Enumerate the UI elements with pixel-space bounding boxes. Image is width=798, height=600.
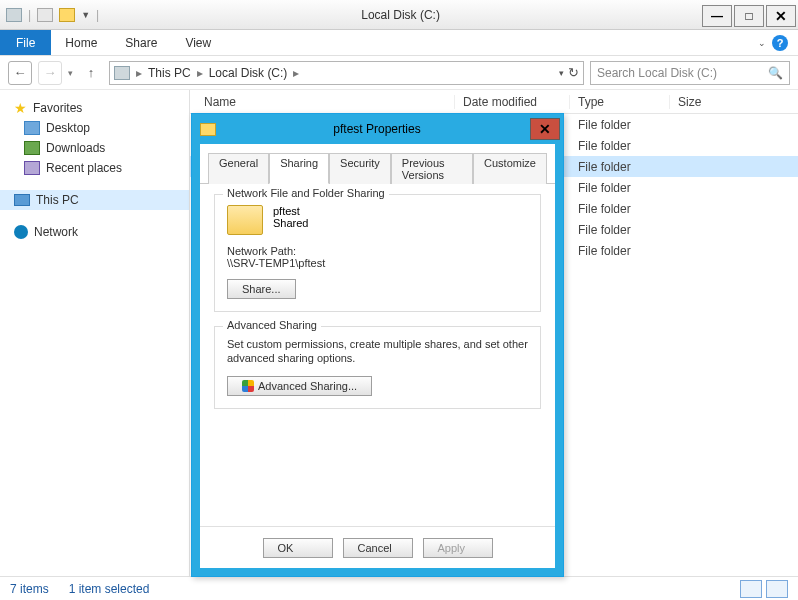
downloads-icon [24, 141, 40, 155]
row-type: File folder [570, 181, 670, 195]
status-bar: 7 items 1 item selected [0, 576, 798, 600]
ribbon-tabs: File Home Share View ⌄ ? [0, 30, 798, 56]
shield-icon [242, 380, 254, 392]
row-type: File folder [570, 139, 670, 153]
network-path-label: Network Path: [227, 245, 528, 257]
sidebar-item-desktop[interactable]: Desktop [0, 118, 189, 138]
status-selected: 1 item selected [69, 582, 150, 596]
chevron-right-icon[interactable]: ▸ [197, 66, 203, 80]
tab-sharing[interactable]: Sharing [269, 153, 329, 184]
properties-dialog: pftest Properties ✕ GeneralSharingSecuri… [191, 113, 564, 577]
dialog-titlebar[interactable]: pftest Properties ✕ [192, 114, 563, 144]
share-folder-name: pftest [273, 205, 308, 217]
favorites-label: Favorites [33, 101, 82, 115]
expand-ribbon-icon[interactable]: ⌄ [758, 38, 766, 48]
row-type: File folder [570, 160, 670, 174]
computer-icon [14, 194, 30, 206]
favorites-group[interactable]: ★Favorites [0, 98, 189, 118]
advanced-btn-label: Advanced Sharing... [258, 380, 357, 392]
label: Recent places [46, 161, 122, 175]
label: Downloads [46, 141, 105, 155]
advanced-sharing-button[interactable]: Advanced Sharing... [227, 376, 372, 396]
minimize-button[interactable]: — [702, 5, 732, 27]
back-button[interactable]: ← [8, 61, 32, 85]
dialog-button-row: OK Cancel Apply [200, 526, 555, 568]
forward-button[interactable]: → [38, 61, 62, 85]
apply-button[interactable]: Apply [423, 538, 493, 558]
dialog-close-button[interactable]: ✕ [530, 118, 560, 140]
group-title: Advanced Sharing [223, 319, 321, 331]
folder-icon [227, 205, 263, 235]
label: This PC [36, 193, 79, 207]
row-type: File folder [570, 118, 670, 132]
ok-button[interactable]: OK [263, 538, 333, 558]
col-type[interactable]: Type [570, 95, 670, 109]
label: Network [34, 225, 78, 239]
network-sharing-group: Network File and Folder Sharing pftest S… [214, 194, 541, 312]
network-path-value: \\SRV-TEMP1\pftest [227, 257, 528, 269]
sidebar-item-network[interactable]: Network [0, 222, 189, 242]
column-headers: Name Date modified Type Size [190, 90, 798, 114]
recent-locations-icon[interactable]: ▾ [68, 68, 73, 78]
sidebar-item-recent[interactable]: Recent places [0, 158, 189, 178]
col-name[interactable]: Name [190, 95, 455, 109]
properties-icon[interactable] [37, 8, 53, 22]
star-icon: ★ [14, 100, 27, 116]
divider: | [28, 8, 31, 22]
col-date[interactable]: Date modified [455, 95, 570, 109]
close-button[interactable]: ✕ [766, 5, 796, 27]
tab-view[interactable]: View [171, 30, 225, 55]
breadcrumb-drive[interactable]: Local Disk (C:) [209, 66, 288, 80]
maximize-button[interactable]: □ [734, 5, 764, 27]
cancel-button[interactable]: Cancel [343, 538, 413, 558]
status-count: 7 items [10, 582, 49, 596]
chevron-right-icon[interactable]: ▸ [136, 66, 142, 80]
sidebar-item-thispc[interactable]: This PC [0, 190, 189, 210]
address-bar[interactable]: ▸ This PC ▸ Local Disk (C:) ▸ ▾ ↻ [109, 61, 584, 85]
breadcrumb-thispc[interactable]: This PC [148, 66, 191, 80]
sharing-tab-panel: Network File and Folder Sharing pftest S… [200, 184, 555, 526]
tab-customize[interactable]: Customize [473, 153, 547, 184]
drive-icon [114, 66, 130, 80]
tab-previous-versions[interactable]: Previous Versions [391, 153, 473, 184]
col-size[interactable]: Size [670, 95, 750, 109]
row-type: File folder [570, 244, 670, 258]
share-status: Shared [273, 217, 308, 229]
share-button[interactable]: Share... [227, 279, 296, 299]
advanced-sharing-group: Advanced Sharing Set custom permissions,… [214, 326, 541, 409]
nav-pane: ★Favorites Desktop Downloads Recent plac… [0, 90, 190, 576]
titlebar: | ▼ | Local Disk (C:) — □ ✕ [0, 0, 798, 30]
desktop-icon [24, 121, 40, 135]
search-box[interactable]: 🔍 [590, 61, 790, 85]
drive-icon [6, 8, 22, 22]
up-button[interactable]: ↑ [79, 61, 103, 85]
row-type: File folder [570, 202, 670, 216]
details-view-button[interactable] [740, 580, 762, 598]
dialog-tabs: GeneralSharingSecurityPrevious VersionsC… [200, 144, 555, 184]
advanced-desc: Set custom permissions, create multiple … [227, 337, 528, 366]
folder-icon [200, 123, 216, 136]
tab-share[interactable]: Share [111, 30, 171, 55]
row-type: File folder [570, 223, 670, 237]
new-folder-icon[interactable] [59, 8, 75, 22]
chevron-down-icon[interactable]: ▼ [81, 10, 90, 20]
group-title: Network File and Folder Sharing [223, 187, 389, 199]
sidebar-item-downloads[interactable]: Downloads [0, 138, 189, 158]
tab-general[interactable]: General [208, 153, 269, 184]
label: Desktop [46, 121, 90, 135]
network-icon [14, 225, 28, 239]
file-tab[interactable]: File [0, 30, 51, 55]
tab-security[interactable]: Security [329, 153, 391, 184]
recent-icon [24, 161, 40, 175]
search-input[interactable] [597, 66, 762, 80]
refresh-icon[interactable]: ↻ [568, 65, 579, 80]
window-title: Local Disk (C:) [99, 8, 702, 22]
chevron-right-icon[interactable]: ▸ [293, 66, 299, 80]
address-dropdown-icon[interactable]: ▾ [559, 68, 564, 78]
tab-home[interactable]: Home [51, 30, 111, 55]
thumbnails-view-button[interactable] [766, 580, 788, 598]
search-icon[interactable]: 🔍 [768, 66, 783, 80]
dialog-title: pftest Properties [224, 122, 530, 136]
navbar: ← → ▾ ↑ ▸ This PC ▸ Local Disk (C:) ▸ ▾ … [0, 56, 798, 90]
help-icon[interactable]: ? [772, 35, 788, 51]
